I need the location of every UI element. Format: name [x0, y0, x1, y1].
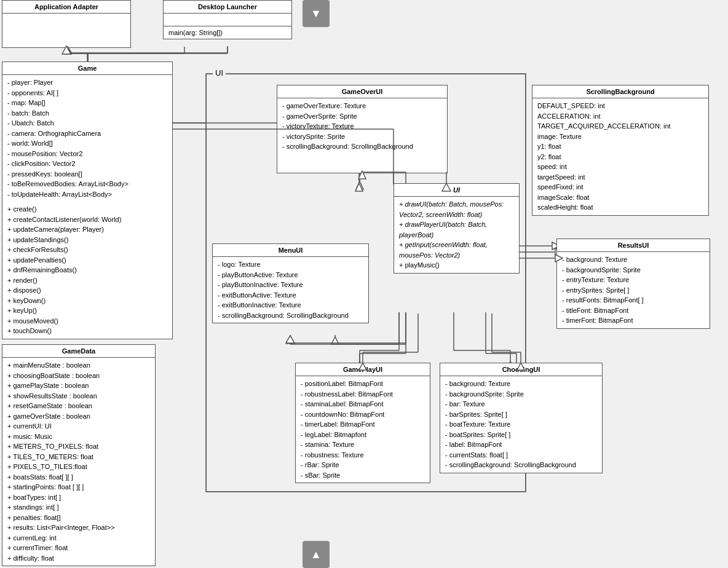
gameoverui-box: GameOverUI - gameOverTexture: Texture - …	[277, 85, 448, 173]
gamedata-box: GameData + mainMenuState : boolean + cho…	[2, 344, 156, 566]
gameplayui-box: GamePlayUI - positionLabel: BitmapFont -…	[295, 363, 430, 483]
scroll-down-button[interactable]: ▼	[303, 0, 330, 27]
ui-group-label: UI	[213, 68, 226, 77]
game-fields: - player: Player - opponents: AI[ ] - ma…	[2, 75, 172, 202]
resultsui-box: ResultsUI - background: Texture - backgr…	[556, 239, 710, 329]
game-title: Game	[2, 62, 172, 75]
menuui-box: MenuUI - logo: Texture - playButtonActiv…	[212, 243, 369, 323]
menuui-title: MenuUI	[213, 244, 368, 257]
choosingui-fields: - background: Texture - backgroundSprite…	[440, 376, 602, 473]
gameplayui-fields: - positionLabel: BitmapFont - robustness…	[296, 376, 430, 483]
application-adapter-title: Application Adapter	[2, 1, 130, 14]
resultsui-fields: - background: Texture - backgroundSprite…	[557, 252, 710, 328]
application-adapter-box: Application Adapter	[2, 0, 131, 48]
gameplayui-title: GamePlayUI	[296, 363, 430, 376]
desktop-launcher-methods: main(arg: String[])	[164, 26, 291, 39]
gameoverui-fields: - gameOverTexture: Texture - gameOverSpr…	[277, 98, 447, 154]
diagram-container: UI Application Adapter Desktop Launcher …	[0, 0, 728, 568]
game-box: Game - player: Player - opponents: AI[ ]…	[2, 61, 173, 339]
scrollingbg-title: ScrollingBackground	[532, 85, 708, 98]
svg-marker-12	[331, 337, 339, 344]
resultsui-title: ResultsUI	[557, 239, 710, 252]
ui-title: UI	[394, 184, 519, 197]
scrollingbg-box: ScrollingBackground DEFAULT_SPEED: int A…	[532, 85, 709, 216]
ui-box: UI + drawUI(batch: Batch, mousePos: Vect…	[394, 183, 520, 274]
desktop-launcher-title: Desktop Launcher	[164, 1, 291, 14]
gamedata-title: GameData	[2, 345, 155, 358]
desktop-launcher-box: Desktop Launcher main(arg: String[])	[163, 0, 292, 39]
choosingui-box: ChoosingUI - background: Texture - backg…	[440, 363, 603, 473]
svg-marker-67	[286, 336, 295, 343]
svg-marker-38	[287, 336, 294, 344]
scrollingbg-fields: DEFAULT_SPEED: int ACCELERATION: int TAR…	[532, 98, 708, 215]
svg-marker-34	[355, 183, 363, 191]
menuui-fields: - logo: Texture - playButtonActive: Text…	[213, 257, 368, 323]
scroll-up-button[interactable]: ▲	[303, 541, 330, 568]
ui-methods: + drawUI(batch: Batch, mousePos: Vector2…	[394, 197, 519, 273]
svg-marker-8	[356, 181, 363, 189]
choosingui-title: ChoosingUI	[440, 363, 602, 376]
gameoverui-title: GameOverUI	[277, 85, 447, 98]
gamedata-fields: + mainMenuState : boolean + choosingBoat…	[2, 358, 155, 566]
game-methods: + create() + createContactListener(world…	[2, 202, 172, 339]
